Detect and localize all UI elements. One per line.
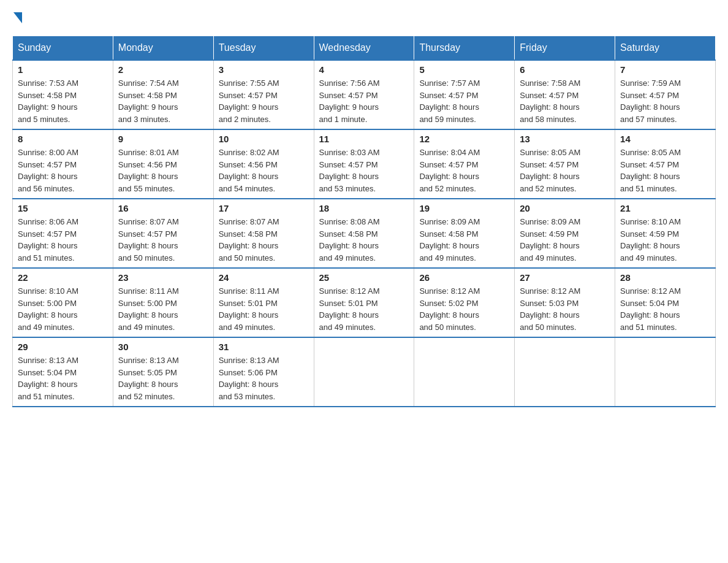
calendar-day-cell — [615, 337, 716, 407]
day-info: Sunrise: 7:58 AMSunset: 4:57 PMDaylight:… — [520, 79, 580, 124]
day-number: 21 — [620, 203, 710, 213]
day-number: 7 — [620, 64, 710, 75]
calendar-day-cell: 31 Sunrise: 8:13 AMSunset: 5:06 PMDaylig… — [213, 337, 314, 407]
day-number: 2 — [118, 64, 208, 75]
calendar-day-cell: 22 Sunrise: 8:10 AMSunset: 5:00 PMDaylig… — [13, 268, 113, 337]
calendar-day-cell: 12 Sunrise: 8:04 AMSunset: 4:57 PMDaylig… — [414, 129, 515, 199]
calendar-day-cell: 13 Sunrise: 8:05 AMSunset: 4:57 PMDaylig… — [515, 129, 615, 199]
calendar-day-cell: 7 Sunrise: 7:59 AMSunset: 4:57 PMDayligh… — [615, 60, 716, 129]
calendar-header-friday: Friday — [515, 36, 615, 61]
day-info: Sunrise: 8:10 AMSunset: 5:00 PMDaylight:… — [18, 286, 78, 332]
day-info: Sunrise: 8:01 AMSunset: 4:56 PMDaylight:… — [118, 148, 179, 193]
day-number: 17 — [219, 203, 309, 213]
calendar-day-cell: 19 Sunrise: 8:09 AMSunset: 4:58 PMDaylig… — [414, 199, 515, 268]
day-number: 20 — [520, 203, 610, 213]
calendar-header-wednesday: Wednesday — [314, 36, 414, 61]
calendar-day-cell: 26 Sunrise: 8:12 AMSunset: 5:02 PMDaylig… — [414, 268, 515, 337]
calendar-day-cell: 29 Sunrise: 8:13 AMSunset: 5:04 PMDaylig… — [13, 337, 113, 407]
calendar-day-cell: 28 Sunrise: 8:12 AMSunset: 5:04 PMDaylig… — [615, 268, 716, 337]
calendar-week-row: 8 Sunrise: 8:00 AMSunset: 4:57 PMDayligh… — [13, 129, 716, 199]
calendar-header-sunday: Sunday — [13, 36, 113, 61]
day-info: Sunrise: 7:53 AMSunset: 4:58 PMDaylight:… — [18, 79, 78, 124]
day-number: 12 — [419, 134, 509, 144]
day-info: Sunrise: 7:57 AMSunset: 4:57 PMDaylight:… — [419, 79, 480, 124]
day-number: 30 — [118, 342, 208, 352]
day-number: 25 — [319, 272, 409, 283]
day-number: 10 — [219, 134, 309, 144]
calendar-day-cell: 8 Sunrise: 8:00 AMSunset: 4:57 PMDayligh… — [13, 129, 113, 199]
day-number: 1 — [18, 64, 108, 75]
day-number: 8 — [18, 134, 108, 144]
calendar-day-cell: 18 Sunrise: 8:08 AMSunset: 4:58 PMDaylig… — [314, 199, 414, 268]
day-info: Sunrise: 7:59 AMSunset: 4:57 PMDaylight:… — [620, 79, 681, 124]
day-number: 3 — [219, 64, 309, 75]
calendar-day-cell: 9 Sunrise: 8:01 AMSunset: 4:56 PMDayligh… — [113, 129, 213, 199]
day-number: 19 — [419, 203, 509, 213]
day-number: 26 — [419, 272, 509, 283]
calendar-header-thursday: Thursday — [414, 36, 515, 61]
day-info: Sunrise: 8:05 AMSunset: 4:57 PMDaylight:… — [620, 148, 681, 193]
day-info: Sunrise: 7:54 AMSunset: 4:58 PMDaylight:… — [118, 79, 179, 124]
calendar-week-row: 15 Sunrise: 8:06 AMSunset: 4:57 PMDaylig… — [13, 199, 716, 268]
calendar-day-cell: 11 Sunrise: 8:03 AMSunset: 4:57 PMDaylig… — [314, 129, 414, 199]
day-number: 24 — [219, 272, 309, 283]
day-info: Sunrise: 8:11 AMSunset: 5:00 PMDaylight:… — [118, 286, 179, 332]
calendar-week-row: 22 Sunrise: 8:10 AMSunset: 5:00 PMDaylig… — [13, 268, 716, 337]
calendar-day-cell: 17 Sunrise: 8:07 AMSunset: 4:58 PMDaylig… — [213, 199, 314, 268]
logo — [12, 12, 23, 23]
calendar-day-cell: 6 Sunrise: 7:58 AMSunset: 4:57 PMDayligh… — [515, 60, 615, 129]
day-number: 13 — [520, 134, 610, 144]
day-info: Sunrise: 8:05 AMSunset: 4:57 PMDaylight:… — [520, 148, 580, 193]
day-number: 6 — [520, 64, 610, 75]
day-info: Sunrise: 8:12 AMSunset: 5:02 PMDaylight:… — [419, 286, 480, 332]
day-info: Sunrise: 8:08 AMSunset: 4:58 PMDaylight:… — [319, 217, 380, 262]
calendar-day-cell: 25 Sunrise: 8:12 AMSunset: 5:01 PMDaylig… — [314, 268, 414, 337]
day-number: 22 — [18, 272, 108, 283]
day-number: 5 — [419, 64, 509, 75]
calendar-table: SundayMondayTuesdayWednesdayThursdayFrid… — [12, 36, 716, 407]
day-number: 11 — [319, 134, 409, 144]
calendar-day-cell: 5 Sunrise: 7:57 AMSunset: 4:57 PMDayligh… — [414, 60, 515, 129]
day-number: 9 — [118, 134, 208, 144]
day-info: Sunrise: 8:07 AMSunset: 4:58 PMDaylight:… — [219, 217, 279, 262]
day-info: Sunrise: 8:11 AMSunset: 5:01 PMDaylight:… — [219, 286, 279, 332]
day-info: Sunrise: 8:04 AMSunset: 4:57 PMDaylight:… — [419, 148, 480, 193]
day-number: 4 — [319, 64, 409, 75]
day-info: Sunrise: 8:03 AMSunset: 4:57 PMDaylight:… — [319, 148, 380, 193]
day-info: Sunrise: 8:12 AMSunset: 5:01 PMDaylight:… — [319, 286, 380, 332]
day-info: Sunrise: 8:09 AMSunset: 4:58 PMDaylight:… — [419, 217, 480, 262]
calendar-day-cell — [314, 337, 414, 407]
calendar-day-cell: 15 Sunrise: 8:06 AMSunset: 4:57 PMDaylig… — [13, 199, 113, 268]
day-info: Sunrise: 8:06 AMSunset: 4:57 PMDaylight:… — [18, 217, 78, 262]
day-info: Sunrise: 8:13 AMSunset: 5:06 PMDaylight:… — [219, 356, 279, 401]
calendar-day-cell: 27 Sunrise: 8:12 AMSunset: 5:03 PMDaylig… — [515, 268, 615, 337]
calendar-day-cell: 2 Sunrise: 7:54 AMSunset: 4:58 PMDayligh… — [113, 60, 213, 129]
page-header — [12, 12, 716, 23]
day-info: Sunrise: 7:56 AMSunset: 4:57 PMDaylight:… — [319, 79, 380, 124]
calendar-week-row: 29 Sunrise: 8:13 AMSunset: 5:04 PMDaylig… — [13, 337, 716, 407]
day-info: Sunrise: 8:09 AMSunset: 4:59 PMDaylight:… — [520, 217, 580, 262]
day-info: Sunrise: 8:02 AMSunset: 4:56 PMDaylight:… — [219, 148, 279, 193]
day-number: 16 — [118, 203, 208, 213]
calendar-day-cell: 16 Sunrise: 8:07 AMSunset: 4:57 PMDaylig… — [113, 199, 213, 268]
day-info: Sunrise: 8:07 AMSunset: 4:57 PMDaylight:… — [118, 217, 179, 262]
day-number: 23 — [118, 272, 208, 283]
calendar-day-cell: 20 Sunrise: 8:09 AMSunset: 4:59 PMDaylig… — [515, 199, 615, 268]
calendar-header-row: SundayMondayTuesdayWednesdayThursdayFrid… — [13, 36, 716, 61]
day-number: 27 — [520, 272, 610, 283]
calendar-day-cell: 3 Sunrise: 7:55 AMSunset: 4:57 PMDayligh… — [213, 60, 314, 129]
day-number: 29 — [18, 342, 108, 352]
day-info: Sunrise: 8:13 AMSunset: 5:04 PMDaylight:… — [18, 356, 78, 401]
day-number: 31 — [219, 342, 309, 352]
day-info: Sunrise: 8:13 AMSunset: 5:05 PMDaylight:… — [118, 356, 179, 401]
calendar-day-cell: 4 Sunrise: 7:56 AMSunset: 4:57 PMDayligh… — [314, 60, 414, 129]
day-number: 15 — [18, 203, 108, 213]
calendar-day-cell — [515, 337, 615, 407]
day-number: 28 — [620, 272, 710, 283]
day-number: 18 — [319, 203, 409, 213]
calendar-day-cell: 21 Sunrise: 8:10 AMSunset: 4:59 PMDaylig… — [615, 199, 716, 268]
calendar-day-cell: 23 Sunrise: 8:11 AMSunset: 5:00 PMDaylig… — [113, 268, 213, 337]
day-info: Sunrise: 8:10 AMSunset: 4:59 PMDaylight:… — [620, 217, 681, 262]
calendar-header-saturday: Saturday — [615, 36, 716, 61]
day-info: Sunrise: 8:12 AMSunset: 5:03 PMDaylight:… — [520, 286, 580, 332]
